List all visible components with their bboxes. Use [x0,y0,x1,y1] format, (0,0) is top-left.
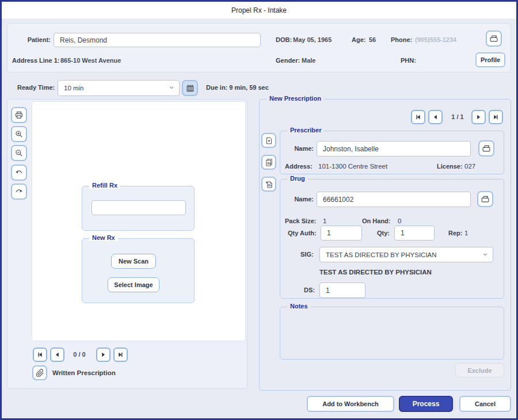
phone-label: Phone: [391,36,412,43]
patient-folder-button[interactable] [486,30,502,47]
scan-prev-page-button[interactable] [50,348,64,362]
age-label: Age: [352,36,365,43]
gender-label: Gender: [276,57,300,64]
new-prescription-fieldset: New Prescription 1 / 1 Rx Rx [259,99,511,391]
scan-last-page-button[interactable] [113,348,128,362]
prescriber-name-label: Name: [285,145,314,152]
new-rx-fieldset: New Rx New Scan Select Image [82,238,195,303]
license-value: 027 [464,163,475,170]
dob-label: DOB: [276,36,292,43]
rx-page-indicator: 1 / 1 [446,113,469,120]
notes-legend: Notes [287,303,311,310]
attachment-button[interactable] [32,365,47,380]
first-page-icon [37,352,43,358]
cancel-label: Cancel [475,400,496,407]
pack-size-label: Pack Size: [285,217,316,224]
exclude-button[interactable]: Exclude [455,363,504,377]
sig-expanded-text: TEST AS DIRECTED BY PHYSICIAN [319,269,432,276]
redo-button[interactable] [11,184,27,200]
new-prescription-legend: New Prescription [266,95,324,102]
first-page-icon [415,114,421,120]
zoom-in-button[interactable] [11,126,27,142]
drug-search-button[interactable] [477,191,493,207]
refill-rx-input[interactable] [92,200,186,215]
prescription-image-canvas: Refill Rx New Rx New Scan Select Image [32,101,246,341]
select-image-button-label: Select Image [114,281,153,288]
undo-icon [14,168,24,177]
prev-page-icon [432,114,439,120]
ready-time-label: Ready Time: [17,84,55,91]
open-folder-icon [489,34,498,43]
schedule-button[interactable] [182,80,198,96]
on-hand-label: On Hand: [362,217,391,224]
calendar-icon [185,83,195,93]
intake-window: Propel Rx - Intake Patient: DOB: May 05,… [0,0,518,420]
window-title: Propel Rx - Intake [231,6,287,14]
zoom-out-icon [14,148,24,158]
rx-last-page-button[interactable] [489,110,503,124]
next-page-icon [100,352,106,358]
select-image-button[interactable]: Select Image [108,277,159,292]
copy-rx-button[interactable]: Rx [261,155,276,170]
copy-rx-icon: Rx [265,158,273,167]
ready-time-select[interactable]: 10 min [58,80,180,96]
printer-icon [14,110,24,120]
prev-page-icon [54,352,60,358]
notes-textarea[interactable] [283,311,501,357]
undo-button[interactable] [11,165,27,181]
open-folder-icon [481,194,490,204]
qty-auth-input[interactable] [321,226,362,240]
prescriber-address-label: Address: [285,163,313,170]
ready-time-value: 10 min [64,85,84,91]
add-to-workbench-button[interactable]: Add to Workbench [307,396,394,412]
rx-prev-page-button[interactable] [428,110,443,124]
ds-label: DS: [304,287,315,293]
zoom-out-button[interactable] [11,145,27,161]
prescriber-search-button[interactable] [478,140,494,156]
patient-label: Patient: [11,36,51,43]
qty-auth-label: Qty Auth: [288,230,317,236]
ds-input[interactable] [319,282,365,298]
last-page-icon [493,114,499,120]
patient-header-panel: Patient: DOB: May 05, 1965 Age: 56 Phone… [7,23,511,72]
chevron-down-icon [482,251,488,258]
sig-label: SIG: [300,251,314,258]
rx-next-page-button[interactable] [471,110,486,124]
qty-input[interactable] [394,226,435,240]
scan-first-page-button[interactable] [33,348,47,362]
scan-panel: Refill Rx New Rx New Scan Select Image 0… [7,99,247,389]
refill-rx-fieldset: Refill Rx [82,186,195,231]
gender-value: Male [302,57,315,64]
rep-label: Rep: [448,230,462,236]
drug-name-label: Name: [285,196,314,203]
new-scan-button-label: New Scan [119,258,148,265]
prescriber-name-input[interactable] [317,141,471,156]
add-rx-button[interactable]: Rx [261,177,276,192]
page-plus-icon [265,136,273,145]
exclude-button-label: Exclude [467,367,492,374]
last-page-icon [117,352,124,358]
print-button[interactable] [11,107,27,123]
svg-text:Rx: Rx [267,161,271,165]
phn-label: PHN: [401,57,416,64]
process-button[interactable]: Process [399,396,453,412]
profile-button-label: Profile [481,56,500,63]
cancel-button[interactable]: Cancel [459,396,511,412]
age-value: 56 [369,36,376,43]
drug-name-input[interactable] [317,192,471,207]
prescriber-fieldset: Prescriber Name: Address: 101-1300 Centr… [280,131,504,174]
profile-button[interactable]: Profile [475,52,505,67]
rx-first-page-button[interactable] [411,110,425,124]
phone-value: (905)555-1234 [415,36,456,43]
new-document-button[interactable] [261,133,276,148]
dob-value: May 05, 1965 [293,36,332,43]
sig-select[interactable]: TEST AS DIRECTED BY PHYSICIAN [319,247,493,262]
add-rx-icon: Rx [265,180,273,189]
patient-name-input[interactable] [54,33,261,47]
svg-text:Rx: Rx [268,184,271,187]
redo-icon [14,187,24,196]
address-value: 865-10 West Avenue [60,57,121,64]
scan-next-page-button[interactable] [96,348,111,362]
new-scan-button[interactable]: New Scan [111,254,156,269]
on-hand-value: 0 [398,217,401,224]
